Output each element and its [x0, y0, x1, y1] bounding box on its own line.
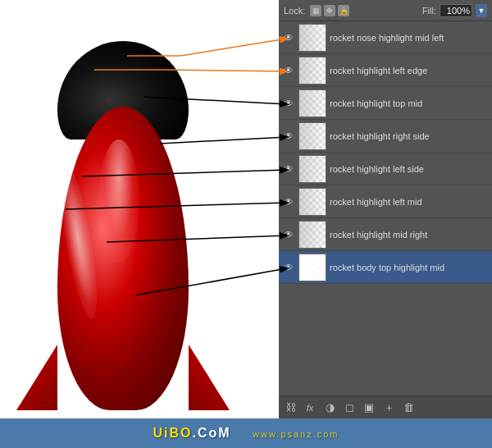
layer-thumbnail	[298, 24, 326, 52]
layers-toolbar: Lock: ▦ ✥ 🔒 Fill: ▼	[279, 0, 492, 21]
adjustment-icon[interactable]: ◻	[343, 401, 356, 414]
layer-item[interactable]: 👁 rocket highlight top mid	[279, 87, 492, 120]
layer-name: rocket highlight left edge	[330, 66, 489, 75]
thumb-preview	[299, 57, 326, 84]
layer-thumbnail	[298, 188, 326, 216]
thumb-preview	[299, 254, 326, 281]
website-url: www.psanz.com	[253, 429, 339, 439]
lock-all-icon[interactable]: 🔒	[338, 5, 349, 16]
layer-name: rocket body top highlight mid	[330, 263, 489, 272]
layer-thumbnail	[298, 155, 326, 183]
link-icon[interactable]: ⛓	[284, 401, 297, 414]
new-layer-icon[interactable]: ＋	[382, 401, 395, 414]
layer-name: rocket highlight top mid	[330, 98, 489, 108]
fill-label: Fill:	[422, 6, 436, 16]
layer-thumbnail	[298, 57, 326, 85]
lock-move-icon[interactable]: ✥	[324, 5, 335, 16]
rocket-illustration	[41, 41, 205, 410]
layer-item[interactable]: 👁 rocket highlight left edge	[279, 54, 492, 87]
rocket-highlight-left	[57, 155, 104, 321]
thumb-preview	[299, 25, 326, 51]
layer-thumbnail	[298, 221, 326, 249]
delete-layer-icon[interactable]: 🗑	[402, 401, 415, 414]
rocket-body	[57, 107, 189, 410]
layer-item[interactable]: 👁 rocket nose highlight mid left	[279, 21, 492, 54]
layer-name: rocket highlight left side	[330, 164, 489, 174]
watermark-highlight: UiBO	[153, 426, 192, 440]
thumb-preview	[299, 189, 326, 215]
fill-dropdown-arrow[interactable]: ▼	[476, 4, 487, 17]
visibility-icon[interactable]: 👁	[282, 228, 295, 241]
watermark-bar: UiBO.CoM www.psanz.com	[0, 418, 492, 448]
layer-name: rocket highlight mid right	[330, 230, 489, 240]
fill-input[interactable]	[440, 4, 472, 17]
rocket-fin-left	[16, 345, 57, 410]
layers-panel: Lock: ▦ ✥ 🔒 Fill: ▼ 👁 rocket nose highli…	[279, 0, 492, 418]
visibility-icon[interactable]: 👁	[282, 162, 295, 176]
fx-icon[interactable]: fx	[303, 401, 317, 414]
lock-label: Lock:	[284, 6, 305, 16]
layers-list[interactable]: 👁 rocket nose highlight mid left 👁 rocke…	[279, 21, 492, 395]
thumb-preview	[299, 90, 326, 117]
visibility-icon[interactable]: 👁	[282, 31, 295, 44]
layer-item[interactable]: 👁 rocket highlight left mid	[279, 185, 492, 218]
visibility-icon[interactable]: 👁	[282, 64, 295, 77]
layer-name: rocket highlight right side	[330, 131, 489, 141]
group-icon[interactable]: ▣	[362, 401, 376, 414]
thumb-preview	[299, 123, 326, 149]
lock-checkered-icon[interactable]: ▦	[310, 5, 321, 16]
visibility-icon[interactable]: 👁	[282, 195, 295, 208]
layer-thumbnail	[298, 122, 326, 150]
lock-icons-group: ▦ ✥ 🔒	[310, 5, 349, 16]
layer-thumbnail	[298, 89, 326, 117]
layer-item[interactable]: 👁 rocket highlight mid right	[279, 218, 492, 251]
layer-name: rocket highlight left mid	[330, 197, 489, 207]
visibility-icon[interactable]: 👁	[282, 97, 295, 110]
layer-item[interactable]: 👁 rocket highlight right side	[279, 120, 492, 153]
thumb-preview	[299, 156, 326, 182]
watermark-text: UiBO.CoM www.psanz.com	[153, 426, 339, 441]
layer-item[interactable]: 👁 rocket highlight left side	[279, 153, 492, 185]
layer-actions-bar: ⛓ fx ◑ ◻ ▣ ＋ 🗑	[279, 395, 492, 418]
layer-name: rocket nose highlight mid left	[330, 33, 489, 43]
rocket-fin-right	[189, 345, 230, 410]
layer-item-selected[interactable]: 👁 rocket body top highlight mid	[279, 251, 492, 284]
thumb-preview	[299, 222, 326, 248]
fill-area: Fill: ▼	[422, 4, 487, 17]
mask-icon[interactable]: ◑	[323, 401, 336, 414]
visibility-icon[interactable]: 👁	[282, 261, 295, 274]
rocket-highlight-mid	[98, 139, 139, 263]
visibility-icon[interactable]: 👁	[282, 130, 295, 143]
rocket-canvas	[0, 0, 279, 418]
layer-thumbnail	[298, 254, 326, 281]
